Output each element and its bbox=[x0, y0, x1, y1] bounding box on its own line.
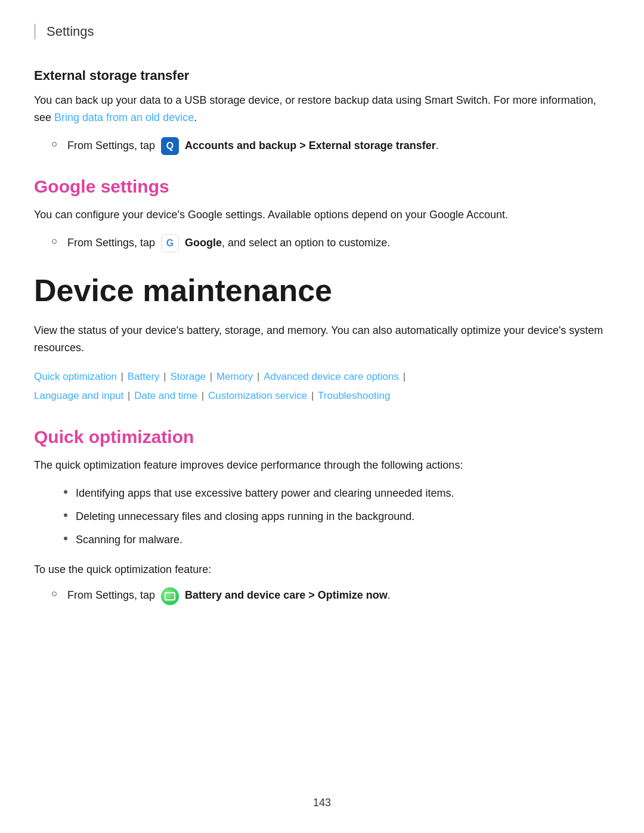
battery-care-icon bbox=[161, 587, 179, 605]
bullet-circle-icon bbox=[52, 239, 57, 244]
google-settings-body: You can configure your device's Google s… bbox=[34, 206, 610, 224]
bullet-item-2: Deleting unnecessary files and closing a… bbox=[34, 508, 610, 525]
external-storage-instruction: From Settings, tap Q Accounts and backup… bbox=[34, 137, 610, 155]
bullet-text-1: Identifying apps that use excessive batt… bbox=[76, 485, 454, 502]
nav-link-date[interactable]: Date and time bbox=[134, 390, 197, 401]
nav-link-storage[interactable]: Storage bbox=[171, 371, 206, 382]
page-header: Settings bbox=[34, 24, 610, 39]
nav-link-language[interactable]: Language and input bbox=[34, 390, 123, 401]
google-icon: G bbox=[161, 234, 179, 252]
nav-link-advanced[interactable]: Advanced device care options bbox=[264, 371, 399, 382]
google-settings-instruction: From Settings, tap G Google, and select … bbox=[34, 234, 610, 252]
bullet-item-1: Identifying apps that use excessive batt… bbox=[34, 485, 610, 502]
device-maintenance-body: View the status of your device's battery… bbox=[34, 322, 610, 357]
bullet-circle-icon bbox=[52, 142, 57, 147]
section-quick-optimization: Quick optimization The quick optimizatio… bbox=[34, 427, 610, 605]
nav-link-memory[interactable]: Memory bbox=[216, 371, 253, 382]
quick-optimization-body: The quick optimization feature improves … bbox=[34, 457, 610, 474]
external-storage-heading: External storage transfer bbox=[34, 68, 610, 83]
google-settings-instruction-text: From Settings, tap G Google, and select … bbox=[67, 234, 390, 252]
quick-optimization-instruction-text: From Settings, tap Battery and device ca… bbox=[67, 587, 391, 605]
external-storage-text-end: . bbox=[194, 112, 197, 123]
sub-bullet-dot-icon bbox=[64, 537, 67, 540]
nav-link-customization[interactable]: Customization service bbox=[208, 390, 307, 401]
page-number: 143 bbox=[313, 797, 331, 809]
bullet-text-2: Deleting unnecessary files and closing a… bbox=[76, 508, 414, 525]
quick-optimization-heading: Quick optimization bbox=[34, 427, 610, 447]
page-title: Settings bbox=[47, 24, 94, 39]
google-settings-heading: Google settings bbox=[34, 176, 610, 197]
external-storage-body: You can back up your data to a USB stora… bbox=[34, 92, 610, 126]
sub-bullet-dot-icon bbox=[64, 490, 67, 494]
nav-link-quick-optimization[interactable]: Quick optimization bbox=[34, 371, 117, 382]
nav-link-battery[interactable]: Battery bbox=[128, 371, 160, 382]
quick-optimization-instruction: From Settings, tap Battery and device ca… bbox=[34, 587, 610, 605]
section-device-maintenance: Device maintenance View the status of yo… bbox=[34, 274, 610, 405]
bullet-circle-icon bbox=[52, 592, 57, 596]
use-intro: To use the quick optimization feature: bbox=[34, 561, 610, 578]
section-google-settings: Google settings You can configure your d… bbox=[34, 176, 610, 252]
section-external-storage: External storage transfer You can back u… bbox=[34, 68, 610, 155]
bullet-text-3: Scanning for malware. bbox=[76, 531, 182, 549]
external-storage-instruction-text: From Settings, tap Q Accounts and backup… bbox=[67, 137, 439, 155]
sub-bullet-dot-icon bbox=[64, 513, 67, 517]
accounts-icon: Q bbox=[161, 137, 179, 155]
bullet-item-3: Scanning for malware. bbox=[34, 531, 610, 549]
bring-data-link[interactable]: Bring data from an old device bbox=[54, 112, 194, 123]
nav-link-troubleshooting[interactable]: Troubleshooting bbox=[318, 390, 390, 401]
device-maintenance-nav: Quick optimization | Battery | Storage |… bbox=[34, 367, 610, 406]
device-maintenance-heading: Device maintenance bbox=[34, 274, 610, 308]
